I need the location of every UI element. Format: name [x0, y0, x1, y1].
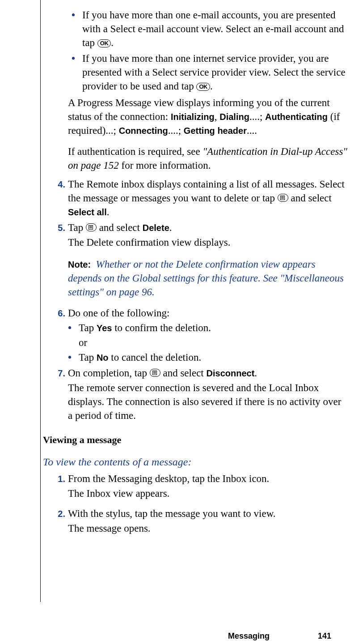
text: to cancel the deletion.	[109, 352, 202, 363]
step-item: 1. From the Messaging desktop, tap the I…	[53, 472, 348, 501]
ui-term: Delete	[143, 223, 169, 233]
step-body: With the stylus, tap the message you wan…	[68, 507, 348, 536]
step-item: 7. On completion, tap and select Disconn…	[53, 366, 348, 423]
bullet-item: • Tap Yes to confirm the deletion. or	[68, 321, 348, 350]
progress-paragraph: A Progress Message view displays informi…	[68, 96, 348, 137]
bullet-text: Tap No to cancel the deletion.	[79, 350, 348, 364]
menu-icon	[278, 194, 288, 202]
bullet-item: • If you have more than one e-mail accou…	[72, 8, 348, 50]
text: ....;	[249, 111, 265, 122]
bullet-dot-icon: •	[68, 321, 79, 350]
step-item: 2. With the stylus, tap the message you …	[53, 507, 348, 536]
bullet-text: If you have more than one e-mail account…	[82, 8, 348, 50]
ui-term: Disconnect	[207, 368, 255, 378]
ui-term: Dialing	[219, 112, 249, 122]
page-content: • If you have more than one e-mail accou…	[53, 8, 348, 537]
text: and select	[97, 222, 143, 233]
text: With the stylus, tap the message you wan…	[68, 507, 348, 520]
step-body: From the Messaging desktop, tap the Inbo…	[68, 472, 348, 501]
text: Tap	[79, 322, 97, 333]
step-number: 4.	[53, 177, 68, 219]
text: to confirm the deletion.	[112, 322, 211, 333]
footer-page-number: 141	[318, 631, 331, 641]
text: .	[107, 206, 110, 218]
text: ....	[247, 125, 257, 136]
bullet-item: • Tap No to cancel the deletion.	[68, 350, 348, 364]
footer-chapter: Messaging	[228, 631, 270, 641]
ui-term: Authenticating	[265, 112, 328, 122]
ui-term: Initializing	[171, 112, 215, 122]
step-body: On completion, tap and select Disconnect…	[68, 366, 348, 423]
step-number: 1.	[53, 472, 68, 501]
text: If you have more than one internet servi…	[82, 53, 346, 92]
text: or	[79, 336, 348, 350]
text: .	[254, 367, 257, 379]
procedure-heading: To view the contents of a message:	[43, 455, 348, 469]
text: .	[169, 222, 172, 233]
text: Tap	[79, 352, 97, 363]
ui-term: Select all	[68, 207, 107, 217]
text: and select	[288, 192, 332, 204]
menu-icon	[86, 223, 97, 231]
bullet-text: If you have more than one internet servi…	[82, 51, 348, 93]
text: On completion, tap	[68, 367, 150, 379]
auth-paragraph: If authentication is required, see "Auth…	[68, 145, 348, 172]
bullet-dot-icon: •	[72, 51, 82, 93]
step-number: 7.	[53, 366, 68, 423]
section-heading: Viewing a message	[43, 433, 348, 447]
bullet-dot-icon: •	[68, 350, 79, 364]
step-body: Do one of the following: • Tap Yes to co…	[68, 306, 348, 364]
bullet-item: • If you have more than one internet ser…	[72, 51, 348, 93]
text: .	[111, 37, 114, 48]
ok-icon: OK	[97, 39, 111, 47]
note-label: Note:	[68, 260, 91, 269]
ui-term: No	[97, 353, 109, 363]
step-body: Tap and select Delete. The Delete confir…	[68, 221, 348, 250]
menu-icon	[150, 369, 160, 377]
text: .	[210, 81, 213, 92]
bullet-text: Tap Yes to confirm the deletion. or	[79, 321, 348, 350]
text: The message opens.	[68, 521, 348, 535]
text: The remote server connection is severed …	[68, 381, 348, 422]
text: Tap	[68, 222, 86, 233]
step-number: 2.	[53, 507, 68, 536]
text: If you have more than one e-mail account…	[82, 9, 344, 48]
text: If authentication is required, see	[68, 146, 202, 157]
text: The Inbox view appears.	[68, 486, 348, 500]
text: ....;	[168, 125, 184, 136]
step-item: 5. Tap and select Delete. The Delete con…	[53, 221, 348, 250]
step-number: 5.	[53, 221, 68, 250]
text: Do one of the following:	[68, 306, 348, 320]
bullet-dot-icon: •	[72, 8, 82, 50]
step-item: 6. Do one of the following: • Tap Yes to…	[53, 306, 348, 364]
text: The Delete confirmation view displays.	[68, 235, 348, 249]
text: and select	[160, 367, 207, 379]
step-body: The Remote inbox displays containing a l…	[68, 177, 348, 219]
note-text: Whether or not the Delete confirmation v…	[68, 259, 344, 298]
step-item: 4. The Remote inbox displays containing …	[53, 177, 348, 219]
text: From the Messaging desktop, tap the Inbo…	[68, 472, 348, 486]
text: for more information.	[119, 160, 211, 171]
note-block: Note: Whether or not the Delete confirma…	[68, 257, 348, 299]
text: ,	[215, 111, 220, 122]
vertical-rule	[40, 0, 41, 602]
ui-term: Connecting	[119, 126, 168, 136]
step-number: 6.	[53, 306, 68, 364]
ok-icon: OK	[196, 83, 210, 91]
ui-term: Yes	[97, 323, 112, 333]
ui-term: Getting header	[184, 126, 247, 136]
